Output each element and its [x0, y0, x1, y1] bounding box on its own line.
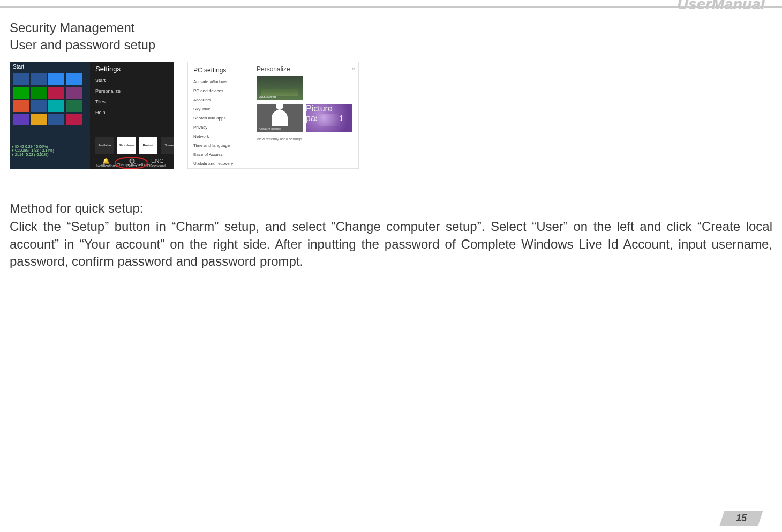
- pc-settings-nav: PC settings Activate WindowsPC and devic…: [188, 62, 253, 168]
- screenshot-pc-settings: PC settings Activate WindowsPC and devic…: [187, 62, 359, 169]
- account-picture-row: Account picture Picture password: [257, 104, 354, 132]
- charms-panel-item[interactable]: Help: [90, 107, 174, 118]
- pc-settings-nav-item[interactable]: PC and devices: [188, 86, 252, 95]
- power-option-button[interactable]: Screen: [161, 137, 174, 154]
- pc-settings-nav-item[interactable]: Accounts: [188, 95, 252, 104]
- charms-panel-title: Settings: [90, 62, 174, 75]
- body-text-block: Method for quick setup: Click the “Setup…: [10, 200, 772, 271]
- power-buttons-row: AvailableShut downRestartScreen: [90, 137, 174, 154]
- pc-settings-nav-item[interactable]: SkyDrive: [188, 104, 252, 114]
- notifications-icon: 🔔: [96, 158, 116, 164]
- pc-settings-nav-list: Activate WindowsPC and devicesAccountsSk…: [188, 77, 252, 168]
- start-tile[interactable]: [13, 100, 29, 112]
- ticker-row: ID-42 0.29 (-0.06%): [12, 145, 54, 149]
- personalize-title: Personalize: [257, 65, 354, 73]
- charms-bottom-icon[interactable]: ENGKeyboard: [148, 158, 167, 168]
- charms-panel-item[interactable]: Tiles: [90, 96, 174, 107]
- icon-label: Notifications: [96, 164, 117, 168]
- start-tile[interactable]: [66, 73, 82, 85]
- start-tile[interactable]: [31, 100, 47, 112]
- power-option-button[interactable]: Restart: [139, 137, 157, 154]
- power-option-button[interactable]: Shut down: [117, 137, 136, 154]
- pc-settings-nav-item[interactable]: Time and language: [188, 141, 252, 150]
- start-tile[interactable]: [31, 73, 47, 85]
- header-rule: [0, 6, 782, 8]
- icon-label: Keyboard: [149, 164, 166, 168]
- start-tile[interactable]: [66, 87, 82, 99]
- pc-settings-nav-item[interactable]: Update and recovery: [188, 159, 252, 168]
- page-number: 15: [736, 513, 747, 524]
- start-tile[interactable]: [31, 87, 47, 99]
- page: UserManual Security Management User and …: [0, 0, 782, 532]
- picture-password-thumb[interactable]: Picture password: [306, 104, 352, 132]
- pc-settings-nav-item[interactable]: Network: [188, 132, 252, 141]
- lockscreen-thumb[interactable]: Lock screen: [257, 76, 303, 100]
- lockscreen-caption: Lock screen: [259, 95, 276, 98]
- start-tile[interactable]: [31, 114, 47, 125]
- content-area: Security Management User and password se…: [10, 19, 772, 270]
- start-tile[interactable]: [48, 114, 64, 125]
- start-tile[interactable]: [48, 73, 64, 85]
- picture-password-caption: Picture password: [306, 104, 352, 123]
- method-paragraph: Click the “Setup” button in “Charm” setu…: [10, 218, 772, 270]
- screenshots-row: Start ID-42 0.29 (-0.06%)C2008G -1.83 (-…: [10, 62, 772, 169]
- account-picture-thumb[interactable]: Account picture: [257, 104, 303, 132]
- change-pc-settings-link[interactable]: Change PC settings: [117, 163, 150, 167]
- ticker-row: C2008G -1.83 (-3.14%): [12, 148, 54, 153]
- stock-ticker-list: ID-42 0.29 (-0.06%)C2008G -1.83 (-3.14%)…: [12, 145, 54, 157]
- power-option-button[interactable]: Available: [95, 137, 114, 154]
- page-number-badge: 15: [722, 511, 761, 526]
- header-brand-text: UserManual: [677, 0, 765, 13]
- start-tile[interactable]: [48, 100, 64, 112]
- pc-settings-nav-item[interactable]: Ease of Access: [188, 150, 252, 159]
- method-heading: Method for quick setup:: [10, 200, 772, 217]
- lockscreen-row: Lock screen: [257, 76, 354, 100]
- search-icon[interactable]: ⌕: [352, 65, 355, 71]
- start-tile[interactable]: [66, 100, 82, 112]
- start-tile[interactable]: [13, 114, 29, 125]
- section-subtitle: User and password setup: [10, 36, 772, 54]
- start-tile[interactable]: [66, 114, 82, 125]
- start-screen: Start ID-42 0.29 (-0.06%)C2008G -1.83 (-…: [10, 62, 90, 169]
- screenshot-charms-settings: Start ID-42 0.29 (-0.06%)C2008G -1.83 (-…: [10, 62, 174, 169]
- pc-settings-nav-item[interactable]: Search and apps: [188, 114, 252, 123]
- charms-panel-item[interactable]: Personalize: [90, 86, 174, 96]
- section-title: Security Management: [10, 19, 772, 36]
- keyboard-icon: ENG: [148, 158, 167, 164]
- pc-settings-title: PC settings: [188, 62, 252, 77]
- start-tile[interactable]: [13, 87, 29, 99]
- charms-bottom-icon[interactable]: 🔔Notifications: [96, 158, 116, 168]
- charms-panel-item[interactable]: Start: [90, 75, 174, 86]
- ticker-row: ZL14 -0.02 (-0.01%): [12, 153, 54, 157]
- account-picture-caption: Account picture: [259, 127, 281, 130]
- start-tile[interactable]: [48, 87, 64, 99]
- pc-settings-nav-item[interactable]: Privacy: [188, 123, 252, 132]
- recent-settings-link[interactable]: View recently used settings: [257, 137, 354, 141]
- pc-settings-nav-item[interactable]: Activate Windows: [188, 77, 252, 86]
- start-tile[interactable]: [13, 73, 29, 85]
- person-icon: [272, 110, 288, 126]
- personalize-pane: ⌕ Personalize Lock screen Account pictur…: [252, 62, 358, 168]
- start-label: Start: [13, 64, 24, 70]
- charms-panel-list: StartPersonalizeTilesHelp: [90, 75, 174, 118]
